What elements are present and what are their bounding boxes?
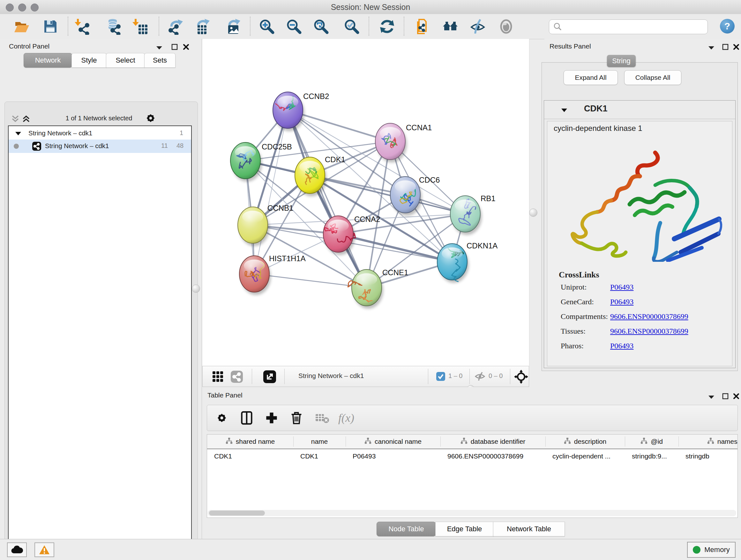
- tab-edge-table[interactable]: Edge Table: [435, 522, 494, 537]
- collection-expand-icon[interactable]: [15, 131, 21, 137]
- network-row-selected[interactable]: String Network – cdk1 11 48: [9, 139, 191, 153]
- add-column-icon[interactable]: [263, 410, 280, 426]
- table-cell[interactable]: cyclin-dependent ...: [552, 449, 623, 463]
- memory-button[interactable]: Memory: [687, 542, 736, 558]
- control-panel-float-icon[interactable]: [171, 44, 178, 52]
- detach-view-icon[interactable]: [263, 370, 276, 384]
- tab-node-table[interactable]: Node Table: [377, 522, 436, 537]
- network-edge[interactable]: [254, 110, 288, 274]
- apply-preferred-layout-icon[interactable]: [377, 17, 397, 37]
- network-canvas[interactable]: CCNB2CCNA1CDC25BCDK1CDC6RB1CCNB1CCNA2CDK…: [202, 39, 529, 366]
- search-input[interactable]: [565, 21, 708, 33]
- zoom-fit-content-icon[interactable]: [311, 17, 331, 37]
- network-graph[interactable]: CCNB2CCNA1CDC25BCDK1CDC6RB1CCNB1CCNA2CDK…: [202, 39, 529, 366]
- warning-button[interactable]: [35, 543, 54, 557]
- network-node-ccnb2[interactable]: [273, 92, 305, 131]
- string-home-icon[interactable]: [441, 17, 461, 37]
- tab-network-table[interactable]: Network Table: [493, 522, 565, 537]
- table-cell[interactable]: CDK1: [300, 449, 344, 463]
- hide-selected-icon[interactable]: [468, 17, 488, 37]
- results-panel-float-icon[interactable]: [722, 44, 729, 52]
- zoom-selected-icon[interactable]: [341, 17, 362, 37]
- column-header-sharedname[interactable]: shared name: [207, 435, 293, 449]
- export-table-icon[interactable]: [192, 17, 212, 37]
- delete-table-icon[interactable]: [313, 410, 331, 426]
- network-node-cdc25b[interactable]: [230, 142, 262, 182]
- string-view-icon[interactable]: [231, 371, 243, 384]
- save-session-icon[interactable]: [40, 17, 61, 37]
- scrollbar-thumb[interactable]: [209, 510, 265, 516]
- grid-view-icon[interactable]: [212, 371, 224, 384]
- zoom-in-icon[interactable]: [257, 17, 277, 37]
- birds-eye-view-icon[interactable]: [514, 370, 528, 385]
- crosslink-link[interactable]: P06493: [610, 341, 633, 350]
- export-network-icon[interactable]: [165, 17, 186, 37]
- help-icon[interactable]: ?: [720, 19, 735, 34]
- network-node-ccnb1[interactable]: [238, 207, 269, 246]
- table-cell[interactable]: 9606.ENSP00000378699: [448, 449, 544, 463]
- close-window-icon[interactable]: [6, 3, 14, 11]
- control-panel-menu-icon[interactable]: [156, 45, 163, 51]
- expand-all-button[interactable]: Expand All: [563, 70, 618, 85]
- function-builder-icon[interactable]: f(x): [337, 410, 355, 426]
- table-panel-close-icon[interactable]: [733, 393, 740, 401]
- network-node-ccna1[interactable]: [375, 123, 407, 163]
- network-collection-row[interactable]: String Network – cdk1 1: [9, 128, 191, 139]
- cloud-button[interactable]: [7, 543, 27, 557]
- import-network-from-file-icon[interactable]: [72, 17, 93, 37]
- column-header-canonicalname[interactable]: canonical name: [346, 435, 441, 449]
- results-panel-close-icon[interactable]: [733, 44, 740, 52]
- crosslink-link[interactable]: P06493: [610, 283, 633, 292]
- network-node-cdk1[interactable]: [295, 157, 327, 196]
- network-node-ccne1[interactable]: [348, 269, 383, 309]
- network-node-cdkn1a[interactable]: [437, 244, 469, 283]
- hidden-eye-slash-icon[interactable]: [475, 372, 485, 382]
- column-header-id[interactable]: @id: [625, 435, 678, 449]
- tab-network[interactable]: Network: [23, 53, 72, 68]
- left-splitter-grip[interactable]: [192, 285, 200, 293]
- network-node-rb1[interactable]: [450, 196, 482, 235]
- table-cell[interactable]: P06493: [353, 449, 439, 463]
- zoom-out-icon[interactable]: [284, 17, 304, 37]
- right-splitter-grip[interactable]: [529, 208, 537, 217]
- table-panel-menu-icon[interactable]: [708, 395, 715, 400]
- collapse-all-networks-icon[interactable]: [11, 115, 19, 124]
- collapse-all-button[interactable]: Collapse All: [624, 70, 681, 85]
- table-cell[interactable]: CDK1: [214, 449, 292, 463]
- tab-style[interactable]: Style: [71, 53, 107, 68]
- clone-network-icon[interactable]: [413, 17, 433, 37]
- table-cell[interactable]: stringdb: [685, 449, 738, 463]
- delete-column-icon[interactable]: [287, 410, 306, 426]
- tab-select[interactable]: Select: [106, 53, 145, 68]
- show-all-icon[interactable]: [496, 17, 516, 37]
- show-columns-icon[interactable]: [238, 410, 256, 426]
- control-panel-close-icon[interactable]: [183, 44, 190, 52]
- network-node-ccna2[interactable]: [323, 216, 355, 255]
- open-session-icon[interactable]: [11, 17, 32, 37]
- column-header-namespace[interactable]: namespace: [678, 435, 738, 449]
- expand-all-networks-icon[interactable]: [22, 115, 30, 124]
- network-node-hist1h1a[interactable]: [239, 256, 271, 295]
- table-panel-float-icon[interactable]: [722, 393, 729, 401]
- tab-string[interactable]: String: [607, 55, 636, 67]
- horizontal-scrollbar[interactable]: [208, 510, 736, 516]
- network-node-cdc6[interactable]: [390, 177, 422, 216]
- column-header-name[interactable]: name: [293, 435, 346, 449]
- table-options-gear-icon[interactable]: [213, 410, 231, 426]
- export-image-icon[interactable]: [222, 17, 243, 37]
- gene-collapse-icon[interactable]: [561, 108, 568, 114]
- table-cell[interactable]: stringdb:9...: [632, 449, 677, 463]
- import-network-from-database-icon[interactable]: [103, 17, 124, 37]
- crosslink-link[interactable]: 9606.ENSP00000378699: [610, 327, 688, 335]
- column-header-description[interactable]: description: [545, 435, 625, 449]
- maximize-window-icon[interactable]: [30, 3, 39, 11]
- results-panel-menu-icon[interactable]: [708, 45, 715, 51]
- selected-checkbox-icon[interactable]: [436, 372, 445, 382]
- network-options-gear-icon[interactable]: [145, 112, 157, 125]
- minimize-window-icon[interactable]: [18, 3, 26, 11]
- crosslink-link[interactable]: P06493: [610, 298, 633, 306]
- crosslink-link[interactable]: 9606.ENSP00000378699: [610, 312, 688, 321]
- import-table-from-file-icon[interactable]: [130, 17, 151, 37]
- column-header-databaseidentifier[interactable]: database identifier: [441, 435, 545, 449]
- tab-sets[interactable]: Sets: [144, 53, 176, 68]
